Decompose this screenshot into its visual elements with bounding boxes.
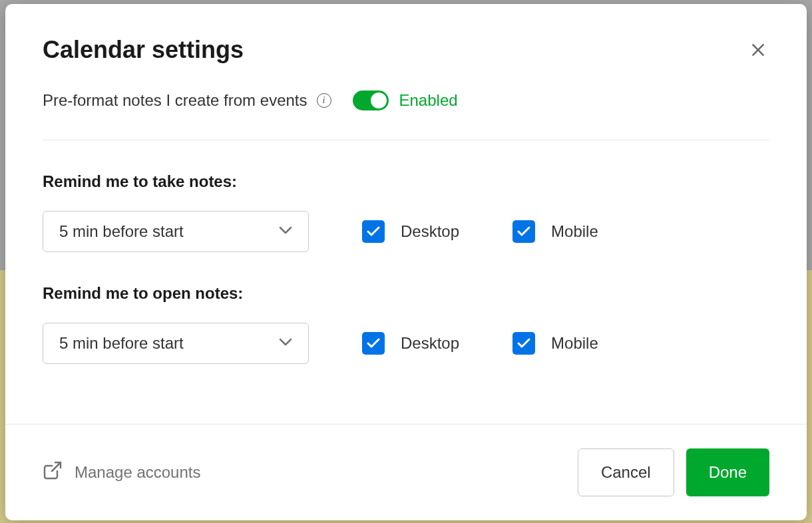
remind-take-desktop-checkbox[interactable] <box>362 220 385 243</box>
toggle-knob <box>371 92 387 108</box>
remind-open-heading: Remind me to open notes: <box>43 284 769 303</box>
modal-title: Calendar settings <box>43 36 244 64</box>
remind-take-controls: 5 min before start Desktop <box>43 211 769 252</box>
preformat-label: Pre-format notes I create from events <box>43 91 307 110</box>
remind-open-mobile-checkbox[interactable] <box>512 332 535 355</box>
cancel-button[interactable]: Cancel <box>578 448 674 496</box>
remind-open-select[interactable]: 5 min before start <box>43 323 309 364</box>
footer-buttons: Cancel Done <box>578 448 769 496</box>
preformat-toggle[interactable] <box>353 90 389 110</box>
remind-open-mobile-item: Mobile <box>512 332 598 355</box>
close-icon <box>749 41 767 59</box>
done-button-label: Done <box>709 463 747 482</box>
svg-line-2 <box>52 462 61 471</box>
remind-take-notes-section: Remind me to take notes: 5 min before st… <box>43 140 769 252</box>
chevron-down-icon <box>279 337 292 349</box>
remind-take-mobile-label: Mobile <box>551 222 598 241</box>
external-link-icon <box>43 460 63 484</box>
chevron-down-icon <box>279 226 292 238</box>
cancel-button-label: Cancel <box>601 463 651 482</box>
modal-body: Pre-format notes I create from events i … <box>5 64 807 424</box>
preformat-row: Pre-format notes I create from events i … <box>43 90 769 140</box>
remind-take-desktop-item: Desktop <box>362 220 459 243</box>
remind-open-controls: 5 min before start Desktop <box>43 323 769 364</box>
info-icon[interactable]: i <box>317 93 331 108</box>
preformat-enabled-label: Enabled <box>399 91 458 110</box>
check-icon <box>367 226 380 237</box>
remind-take-heading: Remind me to take notes: <box>43 172 769 191</box>
check-icon <box>517 226 530 237</box>
remind-take-select-value: 5 min before start <box>59 222 184 241</box>
check-icon <box>367 338 380 349</box>
modal-footer: Manage accounts Cancel Done <box>5 424 807 520</box>
close-button[interactable] <box>747 39 769 61</box>
calendar-settings-modal: Calendar settings Pre-format notes I cre… <box>5 4 807 520</box>
modal-header: Calendar settings <box>5 4 807 64</box>
manage-accounts-label: Manage accounts <box>75 463 200 482</box>
remind-take-desktop-label: Desktop <box>401 222 459 241</box>
remind-take-select[interactable]: 5 min before start <box>43 211 309 252</box>
remind-open-desktop-label: Desktop <box>401 334 459 353</box>
manage-accounts-link[interactable]: Manage accounts <box>43 460 200 484</box>
remind-take-mobile-item: Mobile <box>512 220 598 243</box>
remind-open-desktop-checkbox[interactable] <box>362 332 385 355</box>
remind-take-mobile-checkbox[interactable] <box>512 220 535 243</box>
remind-open-notes-section: Remind me to open notes: 5 min before st… <box>43 252 769 364</box>
check-icon <box>517 338 530 349</box>
remind-open-select-value: 5 min before start <box>59 334 184 353</box>
remind-open-mobile-label: Mobile <box>551 334 598 353</box>
remind-open-desktop-item: Desktop <box>362 332 459 355</box>
done-button[interactable]: Done <box>686 448 769 496</box>
